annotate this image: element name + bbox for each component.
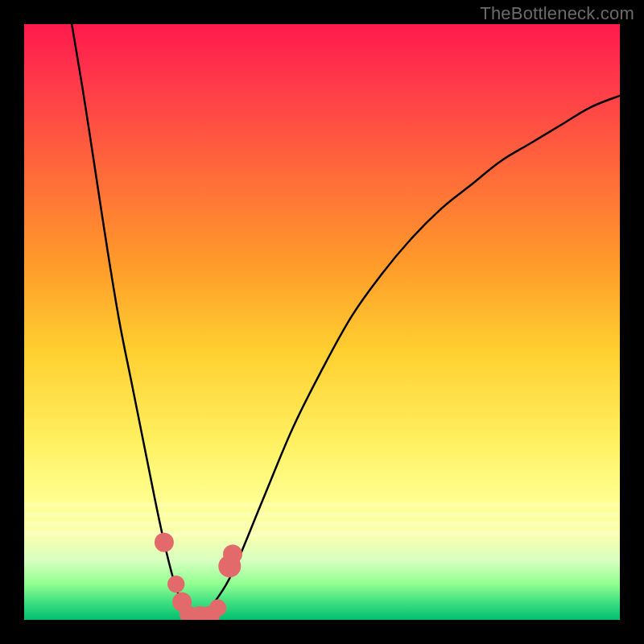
curves-group <box>72 24 620 620</box>
data-point-marker <box>223 545 242 564</box>
data-point-marker <box>167 576 184 592</box>
watermark-label: TheBottleneck.com <box>480 3 634 24</box>
left-branch-curve <box>72 24 203 620</box>
data-point-marker <box>209 600 226 617</box>
chart-frame <box>24 24 620 620</box>
data-point-marker <box>155 533 174 552</box>
chart-svg <box>24 24 620 620</box>
right-branch-curve <box>203 96 620 620</box>
data-markers <box>155 533 242 620</box>
